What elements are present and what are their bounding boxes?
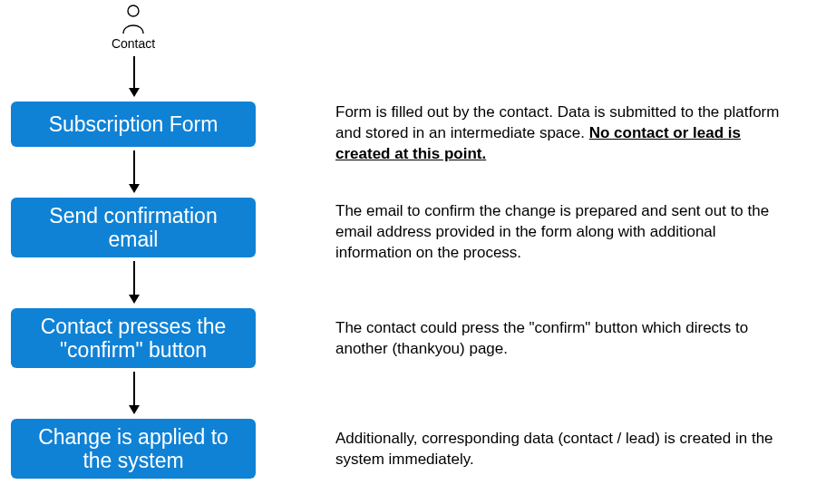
arrow-step2-to-step3 (133, 261, 135, 303)
svg-point-0 (128, 5, 139, 16)
arrow-step3-to-step4 (133, 372, 135, 413)
desc-3-text: The contact could press the "confirm" bu… (335, 319, 748, 357)
step-description-1: Form is filled out by the contact. Data … (335, 102, 789, 165)
arrow-step1-to-step2 (133, 150, 135, 192)
arrow-actor-to-step1 (133, 56, 135, 96)
step-description-3: The contact could press the "confirm" bu… (335, 318, 789, 360)
desc-4-text: Additionally, corresponding data (contac… (335, 430, 773, 468)
step-box-subscription-form: Subscription Form (11, 102, 256, 147)
desc-2-text: The email to confirm the change is prepa… (335, 202, 769, 261)
step-description-2: The email to confirm the change is prepa… (335, 201, 789, 264)
step-box-send-confirmation-email: Send confirmation email (11, 198, 256, 257)
step-title: Subscription Form (49, 112, 219, 136)
step-box-change-applied: Change is applied to the system (11, 419, 256, 479)
person-icon (106, 4, 160, 34)
step-description-4: Additionally, corresponding data (contac… (335, 429, 789, 470)
step-title: Send confirmation email (22, 204, 245, 252)
actor-contact: Contact (106, 4, 160, 51)
step-title: Contact presses the "confirm" button (22, 315, 245, 363)
step-box-contact-presses-confirm: Contact presses the "confirm" button (11, 308, 256, 368)
step-title: Change is applied to the system (22, 425, 245, 473)
actor-label: Contact (106, 36, 160, 51)
